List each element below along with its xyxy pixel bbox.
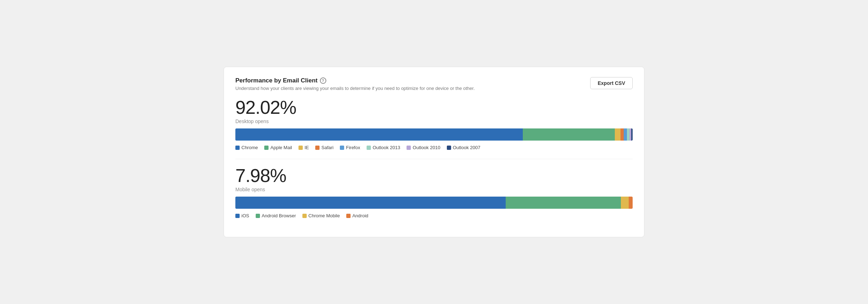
bar-segment-outlook-2007 xyxy=(631,128,633,141)
desktop-percentage: 92.02% xyxy=(235,97,633,118)
bar-segment-outlook-2013 xyxy=(627,128,629,141)
legend-dot xyxy=(367,146,371,150)
card-header: Performance by Email Client ? Understand… xyxy=(235,77,633,91)
mobile-label: Mobile opens xyxy=(235,187,633,192)
legend-item: IE xyxy=(298,145,309,150)
bar-segment-chrome xyxy=(235,128,523,141)
legend-dot xyxy=(298,146,303,150)
export-csv-button[interactable]: Export CSV xyxy=(590,77,633,89)
desktop-bar xyxy=(235,128,633,141)
legend-dot xyxy=(235,146,240,150)
mobile-percentage: 7.98% xyxy=(235,166,633,186)
legend-dot xyxy=(340,146,344,150)
card-title-block: Performance by Email Client ? Understand… xyxy=(235,77,475,91)
legend-item: Outlook 2007 xyxy=(447,145,480,150)
legend-dot xyxy=(346,214,351,218)
legend-item: Firefox xyxy=(340,145,360,150)
bar-segment-ie xyxy=(615,128,621,141)
legend-label: Android Browser xyxy=(262,213,296,218)
help-icon[interactable]: ? xyxy=(320,77,326,84)
desktop-legend: ChromeApple MailIESafariFirefoxOutlook 2… xyxy=(235,145,633,150)
legend-label: Safari xyxy=(321,145,333,150)
legend-item: Android Browser xyxy=(256,213,296,218)
legend-item: iOS xyxy=(235,213,249,218)
desktop-section: 92.02% Desktop opens ChromeApple MailIES… xyxy=(235,97,633,150)
legend-item: Outlook 2013 xyxy=(367,145,400,150)
legend-label: Apple Mail xyxy=(270,145,292,150)
legend-item: Chrome xyxy=(235,145,258,150)
legend-label: Outlook 2010 xyxy=(413,145,440,150)
bar-segment-ios xyxy=(235,197,506,209)
card-title: Performance by Email Client ? xyxy=(235,77,475,84)
legend-dot xyxy=(264,146,269,150)
mobile-legend: iOSAndroid BrowserChrome MobileAndroid xyxy=(235,213,633,218)
bar-segment-android xyxy=(629,197,633,209)
bar-segment-apple-mail xyxy=(523,128,615,141)
card-title-text: Performance by Email Client xyxy=(235,77,318,84)
bar-segment-safari xyxy=(621,128,624,141)
legend-item: Outlook 2010 xyxy=(407,145,440,150)
legend-dot xyxy=(235,214,240,218)
legend-label: Chrome Mobile xyxy=(308,213,340,218)
desktop-label: Desktop opens xyxy=(235,118,633,124)
mobile-bar xyxy=(235,197,633,209)
section-divider xyxy=(235,159,633,159)
legend-label: Outlook 2007 xyxy=(453,145,480,150)
performance-card: Performance by Email Client ? Understand… xyxy=(224,67,644,237)
card-subtitle: Understand how your clients are viewing … xyxy=(235,86,475,91)
legend-dot xyxy=(315,146,320,150)
bar-segment-chrome-mobile xyxy=(621,197,629,209)
legend-label: Android xyxy=(352,213,368,218)
legend-item: Android xyxy=(346,213,368,218)
mobile-section: 7.98% Mobile opens iOSAndroid BrowserChr… xyxy=(235,166,633,218)
legend-dot xyxy=(447,146,451,150)
legend-item: Chrome Mobile xyxy=(302,213,340,218)
legend-label: Firefox xyxy=(346,145,360,150)
bar-segment-firefox xyxy=(624,128,627,141)
legend-label: Chrome xyxy=(241,145,258,150)
legend-dot xyxy=(256,214,260,218)
bar-segment-android-browser xyxy=(506,197,621,209)
legend-item: Apple Mail xyxy=(264,145,292,150)
legend-label: IE xyxy=(305,145,309,150)
legend-item: Safari xyxy=(315,145,333,150)
legend-label: Outlook 2013 xyxy=(373,145,400,150)
legend-dot xyxy=(407,146,411,150)
legend-label: iOS xyxy=(241,213,249,218)
legend-dot xyxy=(302,214,307,218)
